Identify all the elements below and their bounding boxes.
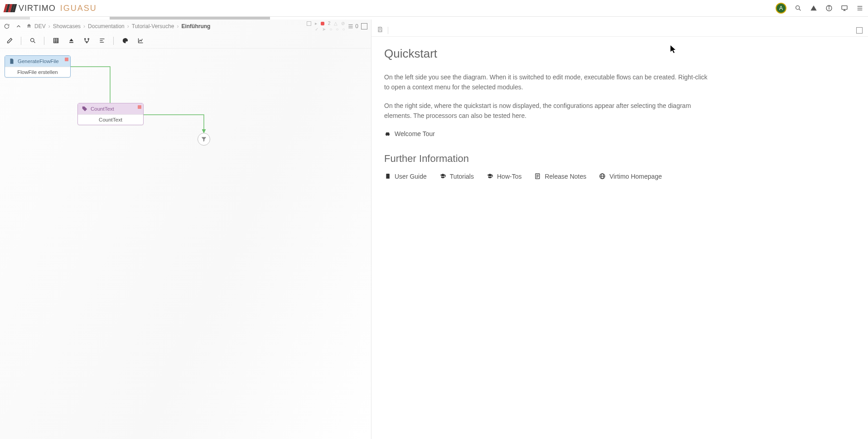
node-label: CountText — [78, 114, 143, 125]
link-release-notes[interactable]: Release Notes — [534, 173, 586, 180]
intro-paragraph-2: On the right side, where the quickstart … — [384, 101, 710, 121]
product-name: IGUASU — [60, 4, 97, 13]
book-icon — [384, 173, 391, 180]
branch-icon[interactable] — [81, 35, 92, 47]
chart-icon[interactable] — [135, 35, 146, 47]
home-icon[interactable] — [26, 23, 32, 30]
funnel-icon — [201, 136, 207, 142]
search-icon[interactable] — [795, 5, 802, 12]
node-type: GenerateFlowFile — [18, 59, 59, 64]
link-tutorials[interactable]: Tutorials — [439, 173, 474, 180]
link-label: How-Tos — [497, 173, 521, 180]
status-arrow-icon: ➤ — [322, 27, 326, 32]
link-label: Release Notes — [545, 173, 586, 180]
avatar[interactable]: A — [776, 3, 786, 14]
collapse-up-icon[interactable] — [15, 23, 22, 29]
grid-icon[interactable] — [50, 35, 62, 47]
flow-status: ▸ 2 △ ⊘ ✓ ➤ ○ ○ ○ — [307, 21, 345, 32]
header-actions: A — [776, 3, 863, 14]
svg-rect-5 — [842, 6, 847, 10]
crumb-1[interactable]: Showcases — [53, 23, 81, 29]
brand-name: VIRTIMO — [19, 4, 56, 13]
svg-line-15 — [34, 41, 35, 43]
info-pane: Quickstart On the left side you see the … — [371, 20, 868, 439]
diagram-toolbar — [0, 33, 371, 49]
list-toggle-icon[interactable]: 0 — [347, 23, 358, 29]
status-dot2-icon: ○ — [329, 27, 332, 32]
link-label: Virtimo Homepage — [609, 173, 662, 180]
tag-icon — [82, 106, 88, 112]
save-icon[interactable] — [377, 26, 383, 34]
link-user-guide[interactable]: User Guide — [384, 173, 427, 180]
intro-paragraph-1: On the left side you see the diagram. Wh… — [384, 73, 710, 92]
zoom-icon[interactable] — [27, 35, 39, 47]
link-label: Tutorials — [450, 173, 474, 180]
crumb-2[interactable]: Documentation — [88, 23, 125, 29]
svg-rect-29 — [379, 27, 381, 29]
refresh-icon[interactable] — [4, 23, 10, 29]
car-icon — [384, 130, 391, 137]
page-title: Quickstart — [384, 47, 855, 61]
link-welcome-tour[interactable]: Welcome Tour — [384, 130, 855, 137]
node-type: CountText — [91, 106, 114, 112]
brand-logo: VIRTIMO — [5, 4, 56, 13]
status-warn-icon: △ — [334, 21, 338, 26]
list-count: 0 — [355, 23, 358, 29]
node-label: FlowFile erstellen — [5, 67, 70, 77]
svg-point-22 — [88, 39, 89, 40]
eject-icon[interactable] — [65, 35, 77, 47]
connection-lines — [0, 49, 371, 439]
info-icon[interactable] — [825, 5, 833, 12]
brand: VIRTIMO IGUASU — [5, 4, 97, 13]
panel-maximize-icon[interactable] — [856, 27, 863, 34]
alert-icon[interactable] — [810, 5, 817, 12]
status-ban-icon: ⊘ — [341, 21, 345, 26]
align-icon[interactable] — [96, 35, 108, 47]
monitor-icon[interactable] — [841, 5, 848, 12]
section-further-info: Further Information — [384, 153, 855, 165]
link-label: User Guide — [395, 173, 427, 180]
notes-icon — [534, 173, 541, 180]
status-check-icon: ✓ — [315, 27, 318, 32]
svg-rect-30 — [379, 30, 381, 32]
breadcrumb-row: DEV › Showcases › Documentation › Tutori… — [0, 20, 371, 33]
node-generateflowfile[interactable]: GenerateFlowFile FlowFile erstellen — [5, 55, 71, 78]
menu-icon[interactable] — [856, 5, 863, 12]
breadcrumb: DEV › Showcases › Documentation › Tutori… — [26, 23, 210, 30]
status-stopped-count: 2 — [328, 21, 331, 26]
link-label: Welcome Tour — [395, 130, 435, 137]
svg-point-21 — [84, 39, 86, 40]
svg-line-1 — [799, 9, 800, 10]
further-links: User Guide Tutorials How-Tos Release Not… — [384, 173, 855, 180]
logo-stripes-icon — [5, 4, 16, 12]
app-header: VIRTIMO IGUASU A — [0, 0, 868, 17]
info-pane-toolbar — [371, 24, 868, 37]
crumb-current: Einführung — [181, 23, 210, 29]
funnel-node[interactable] — [198, 133, 210, 146]
diagram-pane: DEV › Showcases › Documentation › Tutori… — [0, 20, 371, 439]
link-howtos[interactable]: How-Tos — [487, 173, 521, 180]
edit-icon[interactable] — [4, 35, 15, 47]
svg-point-4 — [829, 6, 829, 7]
svg-point-0 — [796, 6, 800, 10]
maximize-icon[interactable] — [361, 23, 367, 29]
node-stop-indicator-icon — [138, 105, 141, 109]
node-counttext[interactable]: CountText CountText — [77, 103, 144, 125]
palette-icon[interactable] — [119, 35, 131, 47]
graduation-icon — [439, 173, 446, 180]
status-stopped-icon — [321, 22, 324, 25]
status-dot4-icon: ○ — [342, 27, 345, 32]
link-virtimo-home[interactable]: Virtimo Homepage — [599, 173, 662, 180]
svg-rect-16 — [53, 39, 58, 43]
status-play-icon: ▸ — [315, 21, 317, 26]
crumb-3[interactable]: Tutorial-Versuche — [132, 23, 174, 29]
globe-icon — [599, 173, 606, 180]
file-icon — [9, 58, 15, 64]
diagram-canvas[interactable]: GenerateFlowFile FlowFile erstellen Coun… — [0, 49, 371, 439]
crumb-root[interactable]: DEV — [34, 23, 46, 29]
graduation-icon — [487, 173, 493, 180]
status-gear-icon — [307, 21, 311, 26]
status-dot3-icon: ○ — [336, 27, 338, 32]
svg-point-14 — [30, 39, 34, 42]
node-stop-indicator-icon — [65, 58, 68, 61]
